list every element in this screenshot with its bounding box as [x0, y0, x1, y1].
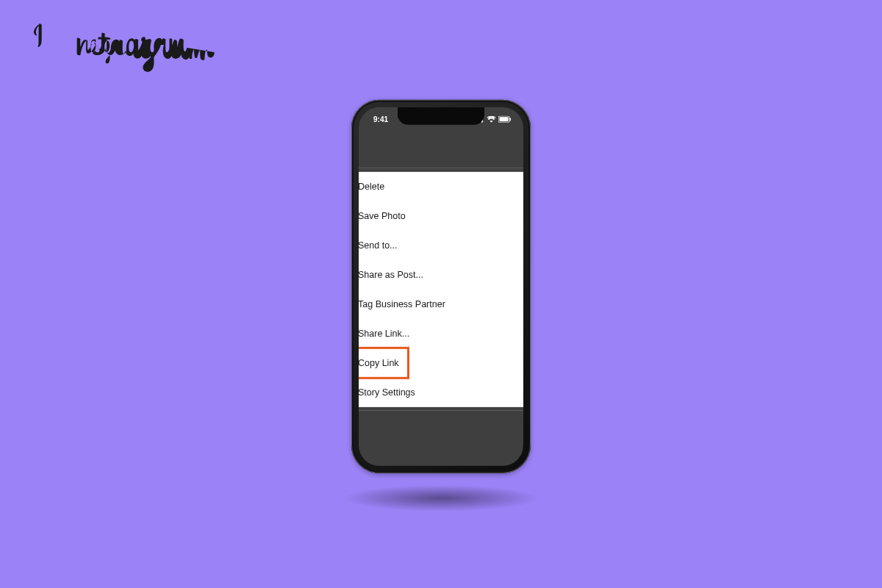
- phone-frame: 9:41 Delete: [351, 100, 531, 473]
- menu-item-label: Tag Business Partner: [359, 299, 445, 309]
- menu-item-share-link[interactable]: Share Link...: [359, 319, 523, 348]
- svg-rect-2: [510, 118, 512, 121]
- menu-item-share-as-post[interactable]: Share as Post...: [359, 260, 523, 290]
- menu-item-copy-link[interactable]: Copy Link: [359, 348, 523, 378]
- menu-item-label: Share as Post...: [359, 270, 423, 280]
- menu-item-label: Copy Link: [359, 358, 399, 368]
- menu-item-label: Save Photo: [359, 211, 406, 221]
- battery-icon: [498, 115, 512, 122]
- phone-container: 9:41 Delete: [351, 100, 531, 473]
- menu-item-label: Send to...: [359, 240, 398, 251]
- menu-item-label: Share Link...: [359, 329, 409, 339]
- status-time: 9:41: [369, 115, 388, 123]
- menu-item-delete[interactable]: Delete: [359, 172, 523, 201]
- menu-item-save-photo[interactable]: Save Photo: [359, 201, 523, 231]
- menu-item-send-to[interactable]: Send to...: [359, 231, 523, 260]
- menu-item-label: Delete: [359, 182, 384, 192]
- menu-item-label: Story Settings: [359, 387, 415, 398]
- phone-shadow: [342, 485, 540, 512]
- phone-notch: [398, 107, 484, 125]
- menu-item-tag-business-partner[interactable]: Tag Business Partner: [359, 290, 523, 319]
- svg-rect-1: [500, 117, 509, 121]
- wifi-icon: [487, 115, 496, 122]
- menu-item-story-settings[interactable]: Story Settings: [359, 378, 523, 407]
- instagram-logo: [29, 24, 235, 84]
- context-menu: Delete Save Photo Send to... Share as Po…: [359, 168, 523, 411]
- phone-screen: 9:41 Delete: [359, 107, 523, 466]
